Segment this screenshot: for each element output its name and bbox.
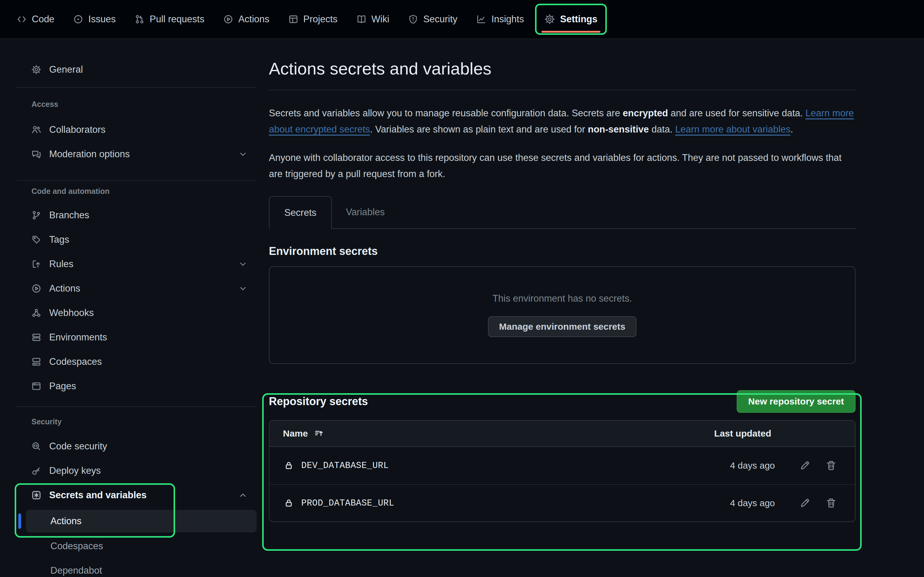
table-icon (288, 15, 298, 24)
tab-variables[interactable]: Variables (332, 196, 399, 228)
sidebar-subitem-dependabot[interactable]: Dependabot (26, 559, 257, 577)
sort-ascending-icon (314, 429, 323, 438)
name-column-sort[interactable]: Name (283, 428, 323, 439)
sidebar-item-actions[interactable]: Actions (17, 276, 257, 301)
environment-secrets-empty-box: This environment has no secrets. Manage … (269, 266, 856, 364)
sidebar-subitem-codespaces[interactable]: Codespaces (26, 535, 257, 558)
tab-code[interactable]: Code (17, 14, 54, 25)
delete-secret-button[interactable] (825, 498, 837, 509)
sidebar-item-rules[interactable]: Rules (17, 252, 257, 276)
sidebar-divider (17, 406, 257, 407)
intro-text: and are used for sensitive data. (668, 108, 805, 118)
lock-icon (284, 461, 293, 470)
tab-wiki[interactable]: Wiki (357, 14, 389, 25)
lock-icon (284, 498, 293, 508)
sidebar-item-label: General (49, 64, 83, 75)
delete-secret-button[interactable] (825, 460, 837, 471)
edit-secret-button[interactable] (799, 460, 810, 471)
sidebar-item-label: Code security (49, 441, 107, 452)
sidebar-item-collaborators[interactable]: Collaborators (17, 118, 257, 142)
sidebar-item-label: Collaborators (49, 124, 105, 135)
sidebar-item-general[interactable]: General (17, 57, 257, 82)
sidebar-item-pages[interactable]: Pages (17, 374, 257, 398)
chevron-down-icon (238, 259, 247, 269)
tab-security[interactable]: Security (408, 14, 457, 25)
sidebar-item-branches[interactable]: Branches (17, 203, 257, 227)
last-updated-column-header: Last updated (714, 428, 771, 439)
sidebar-item-environments[interactable]: Environments (17, 325, 257, 350)
tab-label: Issues (88, 14, 116, 25)
book-icon (357, 15, 367, 24)
intro-paragraph: Secrets and variables allow you to manag… (269, 105, 857, 137)
sidebar-item-label: Codespaces (49, 356, 102, 367)
repository-secrets-table: Name Last updated DEV_DATABASE_URL 4 day… (269, 420, 856, 522)
manage-environment-secrets-button[interactable]: Manage environment secrets (488, 316, 636, 337)
sidebar-item-label: Rules (49, 259, 73, 269)
sidebar-item-label: Actions (49, 283, 80, 294)
secret-name: PROD_DATABASE_URL (301, 498, 394, 508)
environment-secrets-heading: Environment secrets (269, 245, 856, 258)
sidebar-subitem-actions[interactable]: Actions (26, 510, 257, 532)
sidebar-item-label: Tags (49, 234, 69, 245)
intro-text: data. (649, 124, 675, 135)
sidebar-item-moderation-options[interactable]: Moderation options (17, 142, 257, 166)
webhook-icon (31, 308, 41, 318)
intro-text: . (790, 124, 793, 135)
git-branch-icon (31, 210, 41, 220)
server-icon (31, 332, 41, 342)
comment-discussion-icon (31, 149, 41, 159)
tab-label: Settings (560, 14, 598, 25)
tab-label: Actions (238, 14, 270, 25)
title-divider (269, 90, 856, 90)
repo-tab-bar: Code Issues Pull requests Actions Projec… (0, 0, 924, 39)
code-icon (17, 15, 27, 24)
graph-icon (477, 15, 486, 24)
intro-text: . Variables are shown as plain text and … (370, 124, 588, 135)
tab-secrets[interactable]: Secrets (269, 196, 332, 229)
repository-secrets-header: Repository secrets New repository secret (269, 390, 856, 413)
tab-projects[interactable]: Projects (288, 14, 338, 25)
repository-secrets-heading: Repository secrets (269, 395, 368, 408)
sidebar-item-label: Codespaces (50, 541, 103, 552)
secrets-variables-tabnav: Secrets Variables (269, 196, 856, 229)
sidebar-item-label: Environments (49, 332, 107, 343)
sidebar-section-access: Access (17, 98, 257, 110)
git-pull-request-icon (135, 15, 145, 24)
sidebar-item-code-security[interactable]: Code security (17, 434, 257, 459)
intro-bold-non-sensitive: non-sensitive (588, 124, 649, 135)
table-row: PROD_DATABASE_URL 4 days ago (270, 484, 855, 521)
tab-pull-requests[interactable]: Pull requests (135, 14, 204, 25)
name-column-header: Name (283, 428, 308, 439)
new-repository-secret-button[interactable]: New repository secret (737, 390, 856, 413)
sidebar-item-webhooks[interactable]: Webhooks (17, 301, 257, 325)
tab-actions[interactable]: Actions (223, 14, 270, 25)
tab-label: Pull requests (150, 14, 204, 25)
collaborator-access-paragraph: Anyone with collaborator access to this … (269, 150, 857, 182)
settings-content: Actions secrets and variables Secrets an… (269, 39, 856, 522)
sidebar-item-label: Deploy keys (49, 465, 101, 476)
rules-icon (31, 259, 41, 269)
tab-insights[interactable]: Insights (477, 14, 524, 25)
sidebar-item-secrets-and-variables[interactable]: Secrets and variables (17, 483, 257, 508)
tab-settings[interactable]: Settings (535, 4, 607, 35)
sidebar-item-codespaces[interactable]: Codespaces (17, 350, 257, 374)
gear-icon (31, 65, 41, 74)
sidebar-item-label: Pages (49, 381, 76, 392)
key-icon (31, 466, 41, 475)
sidebar-item-label: Webhooks (49, 308, 94, 318)
chevron-down-icon (238, 284, 247, 293)
shield-icon (408, 15, 418, 24)
chevron-up-icon (238, 491, 247, 500)
learn-more-variables-link[interactable]: Learn more about variables (675, 124, 790, 135)
codespaces-icon (31, 357, 41, 367)
sidebar-divider (17, 87, 257, 88)
sidebar-item-deploy-keys[interactable]: Deploy keys (17, 459, 257, 483)
people-icon (31, 125, 41, 135)
sidebar-item-tags[interactable]: Tags (17, 227, 257, 252)
table-row: DEV_DATABASE_URL 4 days ago (270, 447, 855, 484)
tab-label: Security (423, 14, 457, 25)
sidebar-section-security: Security (17, 416, 257, 427)
tag-icon (31, 235, 41, 245)
edit-secret-button[interactable] (799, 498, 810, 509)
tab-issues[interactable]: Issues (73, 14, 116, 25)
